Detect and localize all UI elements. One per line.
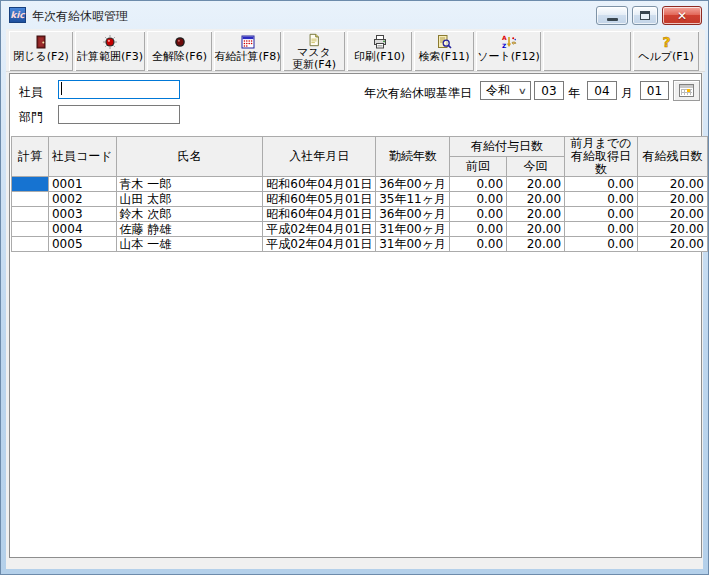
table-row: 0002 山田 太郎 昭和60年05月01日 35年11ヶ月 0.00 20.0… xyxy=(12,192,708,207)
years-cell[interactable]: 35年11ヶ月 xyxy=(376,192,450,207)
col-header-taken[interactable]: 前月までの 有給取得日数 xyxy=(565,137,638,177)
current-cell[interactable]: 20.00 xyxy=(507,192,565,207)
taken-cell[interactable]: 0.00 xyxy=(565,192,638,207)
name-cell[interactable]: 鈴木 次郎 xyxy=(116,207,263,222)
close-icon: ✕ xyxy=(677,10,687,22)
table-row: 0004 佐藤 静雄 平成02年04月01日 31年00ヶ月 0.00 20.0… xyxy=(12,222,708,237)
remaining-cell[interactable]: 20.00 xyxy=(637,237,707,252)
calendar-picker-icon xyxy=(679,84,694,97)
calc-cell[interactable] xyxy=(12,207,49,222)
table-row: 0005 山本 一雄 平成02年04月01日 31年00ヶ月 0.00 20.0… xyxy=(12,237,708,252)
calc-cell[interactable] xyxy=(12,192,49,207)
current-cell[interactable]: 20.00 xyxy=(507,237,565,252)
app-logo-icon: kic xyxy=(9,7,26,23)
calc-cell[interactable] xyxy=(12,222,49,237)
code-cell[interactable]: 0005 xyxy=(48,237,116,252)
name-cell[interactable]: 山田 太郎 xyxy=(116,192,263,207)
calc-cell[interactable] xyxy=(12,237,49,252)
taken-cell[interactable]: 0.00 xyxy=(565,177,638,192)
current-cell[interactable]: 20.00 xyxy=(507,177,565,192)
calc-range-button[interactable]: 計算範囲(F3) xyxy=(75,31,145,71)
col-header-current[interactable]: 今回 xyxy=(507,157,565,177)
calc-cell-selected[interactable] xyxy=(12,177,49,192)
door-icon xyxy=(33,33,49,51)
col-header-code[interactable]: 社員コード xyxy=(48,137,116,177)
window-title: 年次有給休暇管理 xyxy=(32,8,128,25)
year-input[interactable] xyxy=(534,81,564,100)
employee-input[interactable] xyxy=(58,80,180,99)
department-input[interactable] xyxy=(58,105,180,124)
taken-cell[interactable]: 0.00 xyxy=(565,222,638,237)
code-cell[interactable]: 0002 xyxy=(48,192,116,207)
remaining-cell[interactable]: 20.00 xyxy=(637,207,707,222)
hire-date-cell[interactable]: 平成02年04月01日 xyxy=(263,222,376,237)
master-update-button[interactable]: マスタ 更新(F4) xyxy=(283,31,345,71)
svg-text:A: A xyxy=(502,34,507,41)
month-input[interactable] xyxy=(587,81,617,100)
app-logo-text: kic xyxy=(10,10,24,20)
table-row: 0001 青木 一郎 昭和60年04月01日 36年00ヶ月 0.00 20.0… xyxy=(12,177,708,192)
name-cell[interactable]: 山本 一雄 xyxy=(116,237,263,252)
years-cell[interactable]: 36年00ヶ月 xyxy=(376,207,450,222)
hire-date-cell[interactable]: 昭和60年05月01日 xyxy=(263,192,376,207)
titlebar: kic 年次有給休暇管理 ✕ xyxy=(1,1,708,29)
hire-date-cell[interactable]: 昭和60年04月01日 xyxy=(263,177,376,192)
toolbar-label: ヘルプ(F1) xyxy=(638,51,694,63)
close-form-button[interactable]: 閉じる(F2) xyxy=(9,31,73,71)
col-header-name[interactable]: 氏名 xyxy=(116,137,263,177)
close-button[interactable]: ✕ xyxy=(662,6,702,25)
remaining-cell[interactable]: 20.00 xyxy=(637,222,707,237)
current-cell[interactable]: 20.00 xyxy=(507,207,565,222)
base-date-label: 年次有給休暇基準日 xyxy=(364,85,472,102)
col-header-hire-date[interactable]: 入社年月日 xyxy=(263,137,376,177)
day-input[interactable] xyxy=(640,81,669,100)
col-header-years[interactable]: 勤続年数 xyxy=(376,137,450,177)
master-update-icon xyxy=(307,33,321,47)
clear-all-button[interactable]: 全解除(F6) xyxy=(147,31,212,71)
calendar-picker-button[interactable] xyxy=(673,80,700,101)
years-cell[interactable]: 31年00ヶ月 xyxy=(376,222,450,237)
col-header-calc[interactable]: 計算 xyxy=(12,137,49,177)
clear-all-icon xyxy=(172,33,188,51)
table-row: 0003 鈴木 次郎 昭和60年04月01日 36年00ヶ月 0.00 20.0… xyxy=(12,207,708,222)
prev-cell[interactable]: 0.00 xyxy=(450,237,507,252)
toolbar-label: ソート(F12) xyxy=(477,51,539,63)
taken-cell[interactable]: 0.00 xyxy=(565,207,638,222)
years-cell[interactable]: 31年00ヶ月 xyxy=(376,237,450,252)
toolbar-label: マスタ 更新(F4) xyxy=(292,47,336,71)
col-header-grant-group[interactable]: 有給付与日数 xyxy=(450,137,565,157)
remaining-cell[interactable]: 20.00 xyxy=(637,177,707,192)
paid-leave-calc-button[interactable]: 有給計算(F8) xyxy=(214,31,281,71)
employee-leave-table: 計算 社員コード 氏名 入社年月日 勤続年数 有給付与日数 前月までの 有給取得… xyxy=(11,136,708,252)
years-cell[interactable]: 36年00ヶ月 xyxy=(376,177,450,192)
minimize-icon xyxy=(607,18,618,21)
prev-cell[interactable]: 0.00 xyxy=(450,177,507,192)
name-cell[interactable]: 青木 一郎 xyxy=(116,177,263,192)
remaining-cell[interactable]: 20.00 xyxy=(637,192,707,207)
hire-date-cell[interactable]: 平成02年04月01日 xyxy=(263,237,376,252)
prev-cell[interactable]: 0.00 xyxy=(450,222,507,237)
code-cell[interactable]: 0003 xyxy=(48,207,116,222)
sort-button[interactable]: AZ ソート(F12) xyxy=(476,31,541,71)
minimize-button[interactable] xyxy=(596,6,628,25)
printer-icon xyxy=(372,33,388,51)
prev-cell[interactable]: 0.00 xyxy=(450,192,507,207)
maximize-button[interactable] xyxy=(632,6,658,25)
prev-cell[interactable]: 0.00 xyxy=(450,207,507,222)
col-header-remaining[interactable]: 有給残日数 xyxy=(637,137,707,177)
employee-label: 社員 xyxy=(19,84,43,101)
code-cell[interactable]: 0004 xyxy=(48,222,116,237)
current-cell[interactable]: 20.00 xyxy=(507,222,565,237)
name-cell[interactable]: 佐藤 静雄 xyxy=(116,222,263,237)
era-value: 令和 xyxy=(486,82,510,99)
print-button[interactable]: 印刷(F10) xyxy=(347,31,412,71)
era-dropdown[interactable]: 令和 ∨ xyxy=(480,81,531,100)
col-header-prev[interactable]: 前回 xyxy=(450,157,507,177)
hire-date-cell[interactable]: 昭和60年04月01日 xyxy=(263,207,376,222)
toolbar-label: 有給計算(F8) xyxy=(215,51,281,63)
taken-cell[interactable]: 0.00 xyxy=(565,237,638,252)
search-button[interactable]: 検索(F11) xyxy=(414,31,474,71)
department-label: 部門 xyxy=(19,109,43,126)
help-button[interactable]: ? ヘルプ(F1) xyxy=(633,31,699,71)
code-cell[interactable]: 0001 xyxy=(48,177,116,192)
